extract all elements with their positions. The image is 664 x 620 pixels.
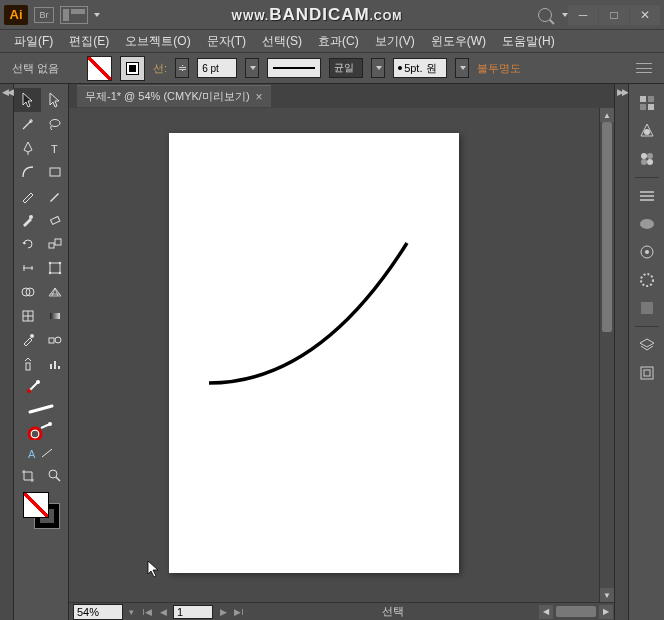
selection-tool[interactable] [14,88,41,112]
tab-close-icon[interactable]: × [256,90,263,104]
artboards-panel-icon[interactable] [633,360,661,386]
print-tiling-icon[interactable] [41,464,68,488]
artboard[interactable] [169,133,459,573]
scroll-right-icon[interactable]: ▶ [599,605,613,619]
workspace-layout-button[interactable] [60,6,88,24]
svg-rect-33 [648,104,654,110]
horizontal-scroll-thumb[interactable] [556,606,596,617]
zoom-tool[interactable]: A [14,442,68,464]
drawn-curve-path[interactable] [169,133,459,573]
stroke-style-preview[interactable] [267,58,321,78]
artboard-tool[interactable] [14,376,68,398]
type-tool[interactable]: T [41,136,68,160]
magic-wand-tool[interactable] [14,112,41,136]
pen-tool[interactable] [14,136,41,160]
shape-builder-tool[interactable] [14,280,41,304]
svg-point-37 [641,159,647,165]
mesh-tool[interactable] [14,304,41,328]
color-panel-icon[interactable] [633,90,661,116]
close-button[interactable]: ✕ [630,5,660,25]
scroll-up-icon[interactable]: ▲ [600,108,614,122]
eraser-tool[interactable] [41,208,68,232]
stroke-dropdown-icon[interactable] [245,58,259,78]
paintbrush-tool[interactable] [14,184,41,208]
hand-tool[interactable] [14,420,68,442]
right-panels-collapse-button[interactable]: ▶▶ [614,84,628,620]
menu-view[interactable]: 보기(V) [369,31,421,52]
transparency-panel-icon[interactable] [633,239,661,265]
zoom-dropdown-icon[interactable]: ▾ [123,605,139,619]
svg-point-25 [31,430,39,438]
right-panel-dock [628,84,664,620]
line-segment-tool[interactable] [14,160,41,184]
zoom-input[interactable]: 54% [73,604,123,620]
svg-rect-20 [50,364,52,369]
menu-effect[interactable]: 효과(C) [312,31,365,52]
canvas-viewport[interactable]: ▲ ▼ [69,108,614,602]
eyedropper-tool[interactable] [14,328,41,352]
color-guide-panel-icon[interactable] [633,118,661,144]
perspective-grid-tool[interactable] [41,280,68,304]
bridge-button[interactable]: Br [34,7,54,23]
stroke-swatch[interactable] [120,56,145,81]
document-tab[interactable]: 무제-1* @ 54% (CMYK/미리보기) × [77,85,271,107]
title-bar: Ai Br WWW.BANDICAM.COM ─ □ ✕ [0,0,664,30]
gradient-tool[interactable] [41,304,68,328]
opacity-label[interactable]: 불투명도 [477,61,521,76]
brush-preset-preview[interactable]: 5pt. 원 [393,58,447,78]
scale-tool[interactable] [41,232,68,256]
layers-panel-icon[interactable] [633,332,661,358]
chevron-left-icon: ◀◀ [2,87,12,97]
stroke-stepper-icon[interactable]: ≑ [175,58,189,78]
direct-selection-tool[interactable] [41,88,68,112]
prev-page-icon[interactable]: ◀ [155,605,171,619]
swatches-panel-icon[interactable] [633,146,661,172]
crop-icon[interactable] [14,464,41,488]
fill-swatch[interactable] [87,56,112,81]
blend-tool[interactable] [41,328,68,352]
menu-object[interactable]: 오브젝트(O) [119,31,196,52]
rectangle-tool[interactable] [41,160,68,184]
free-transform-tool[interactable] [41,256,68,280]
scroll-down-icon[interactable]: ▼ [600,588,614,602]
blob-brush-tool[interactable] [14,208,41,232]
graphic-styles-panel-icon[interactable] [633,295,661,321]
minimize-button[interactable]: ─ [568,5,598,25]
svg-point-39 [640,219,654,229]
stroke-weight-input[interactable]: 6 pt [197,58,237,78]
vertical-scroll-thumb[interactable] [602,122,612,332]
menu-help[interactable]: 도움말(H) [496,31,561,52]
page-input[interactable]: 1 [173,605,213,619]
menu-window[interactable]: 윈도우(W) [425,31,492,52]
search-icon[interactable] [538,8,552,22]
menu-edit[interactable]: 편집(E) [63,31,115,52]
slice-tool[interactable] [14,398,68,420]
width-tool[interactable] [14,256,41,280]
control-bar-menu-icon[interactable] [636,63,652,73]
document-tab-bar: 무제-1* @ 54% (CMYK/미리보기) × [69,84,614,108]
lasso-tool[interactable] [41,112,68,136]
menu-select[interactable]: 선택(S) [256,31,308,52]
pencil-tool[interactable] [41,184,68,208]
vertical-scrollbar[interactable]: ▲ ▼ [599,108,614,602]
stroke-style-dropdown-icon[interactable] [371,58,385,78]
gradient-panel-icon[interactable] [633,211,661,237]
menu-file[interactable]: 파일(F) [8,31,59,52]
svg-point-38 [647,159,653,165]
rotate-tool[interactable] [14,232,41,256]
symbol-sprayer-tool[interactable] [14,352,41,376]
toolbox-collapse-button[interactable]: ◀◀ [0,84,14,620]
fill-stroke-control[interactable] [14,488,68,532]
maximize-button[interactable]: □ [599,5,629,25]
appearance-panel-icon[interactable] [633,267,661,293]
svg-rect-44 [641,367,653,379]
next-page-icon[interactable]: ▶ [215,605,231,619]
menu-type[interactable]: 문자(T) [201,31,252,52]
scroll-left-icon[interactable]: ◀ [539,605,553,619]
stroke-style-label[interactable]: 균일 [329,58,363,78]
first-page-icon[interactable]: I◀ [139,605,155,619]
last-page-icon[interactable]: ▶I [231,605,247,619]
column-graph-tool[interactable] [41,352,68,376]
stroke-panel-icon[interactable] [633,183,661,209]
brush-dropdown-icon[interactable] [455,58,469,78]
